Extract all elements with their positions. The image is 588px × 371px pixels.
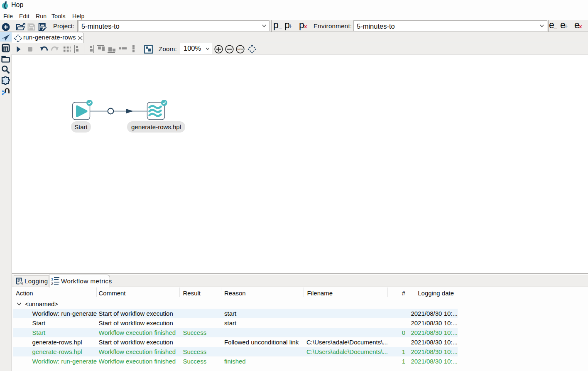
svg-text:og: og <box>20 282 23 285</box>
svg-text:2: 2 <box>51 281 53 286</box>
svg-text:1: 1 <box>51 277 54 281</box>
svg-text:100%: 100% <box>237 48 243 50</box>
